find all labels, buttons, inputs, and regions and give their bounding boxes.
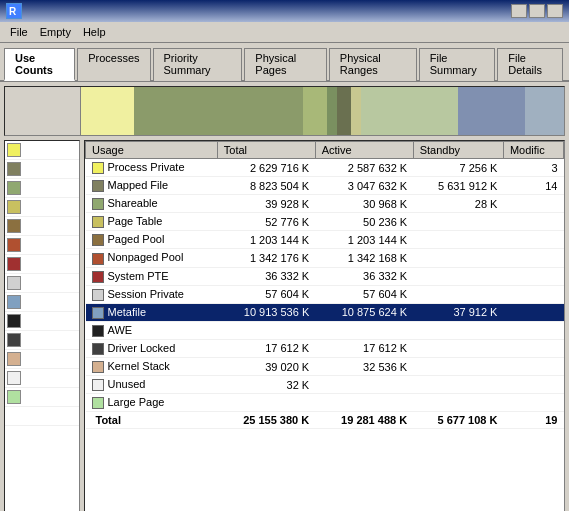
table-row[interactable]: Total25 155 380 K19 281 488 K5 677 108 K… [86, 412, 564, 429]
cell-total: 39 020 K [217, 358, 315, 376]
maximize-button[interactable] [529, 4, 545, 18]
cell-active [315, 376, 413, 394]
cell-standby: 37 912 K [413, 303, 503, 321]
tab-file-summary[interactable]: File Summary [419, 48, 496, 81]
menu-empty[interactable]: Empty [34, 24, 77, 40]
tab-priority-summary[interactable]: Priority Summary [153, 48, 243, 81]
color-swatch [7, 295, 21, 309]
cell-modified [503, 339, 563, 357]
row-color-swatch [92, 289, 104, 301]
cell-modified: 3 [503, 159, 563, 177]
cell-usage: Large Page [86, 394, 218, 412]
row-label: Nonpaged Pool [108, 251, 184, 263]
cell-standby: 28 K [413, 195, 503, 213]
cell-usage: Page Table [86, 213, 218, 231]
color-bar [4, 140, 80, 511]
close-button[interactable] [547, 4, 563, 18]
minimize-button[interactable] [511, 4, 527, 18]
chart-segment-process-private [81, 87, 134, 135]
tab-physical-pages[interactable]: Physical Pages [244, 48, 326, 81]
color-swatch [7, 200, 21, 214]
tab-physical-ranges[interactable]: Physical Ranges [329, 48, 417, 81]
cell-standby: 5 631 912 K [413, 177, 503, 195]
menu-file[interactable]: File [4, 24, 34, 40]
color-entry-total [5, 407, 79, 426]
table-row[interactable]: Large Page [86, 394, 564, 412]
cell-active: 57 604 K [315, 285, 413, 303]
table-row[interactable]: System PTE36 332 K36 332 K [86, 267, 564, 285]
tab-use-counts[interactable]: Use Counts [4, 48, 75, 81]
cell-standby [413, 231, 503, 249]
cell-usage: Kernel Stack [86, 358, 218, 376]
table-row[interactable]: Process Private2 629 716 K2 587 632 K7 2… [86, 159, 564, 177]
content-area: Usage Total Active Standby Modific Proce… [0, 82, 569, 511]
table-row[interactable]: Mapped File8 823 504 K3 047 632 K5 631 9… [86, 177, 564, 195]
color-entry-large-page [5, 388, 79, 407]
col-modified: Modific [503, 142, 563, 159]
color-entry-system-pte [5, 255, 79, 274]
table-body: Process Private2 629 716 K2 587 632 K7 2… [86, 159, 564, 429]
row-color-swatch [92, 271, 104, 283]
row-color-swatch [92, 180, 104, 192]
chart-segment-modified [525, 87, 564, 135]
color-swatch [7, 257, 21, 271]
table-row[interactable]: AWE [86, 321, 564, 339]
cell-standby [413, 376, 503, 394]
app-icon: R [6, 3, 22, 19]
cell-modified [503, 285, 563, 303]
table-row[interactable]: Driver Locked17 612 K17 612 K [86, 339, 564, 357]
table-row[interactable]: Kernel Stack39 020 K32 536 K [86, 358, 564, 376]
tab-file-details[interactable]: File Details [497, 48, 563, 81]
chart-segment-mapped-file [134, 87, 303, 135]
col-usage: Usage [86, 142, 218, 159]
table-row[interactable]: Shareable39 928 K30 968 K28 K [86, 195, 564, 213]
title-bar: R [0, 0, 569, 22]
cell-usage: Total [86, 412, 218, 429]
cell-modified [503, 267, 563, 285]
cell-active: 32 536 K [315, 358, 413, 376]
cell-active [315, 321, 413, 339]
color-entry-metafile [5, 293, 79, 312]
table-row[interactable]: Nonpaged Pool1 342 176 K1 342 168 K [86, 249, 564, 267]
cell-usage: Session Private [86, 285, 218, 303]
row-label: Driver Locked [108, 342, 176, 354]
cell-active: 36 332 K [315, 267, 413, 285]
table-row[interactable]: Metafile10 913 536 K10 875 624 K37 912 K [86, 303, 564, 321]
cell-modified [503, 376, 563, 394]
table-row[interactable]: Paged Pool1 203 144 K1 203 144 K [86, 231, 564, 249]
cell-active: 2 587 632 K [315, 159, 413, 177]
menu-help[interactable]: Help [77, 24, 112, 40]
chart-segment-standby [458, 87, 526, 135]
row-label: Paged Pool [108, 233, 165, 245]
cell-standby [413, 339, 503, 357]
cell-total: 8 823 504 K [217, 177, 315, 195]
table-row[interactable]: Unused32 K [86, 376, 564, 394]
table-row[interactable]: Session Private57 604 K57 604 K [86, 285, 564, 303]
chart-area [4, 86, 565, 136]
tab-processes[interactable]: Processes [77, 48, 150, 81]
cell-standby: 5 677 108 K [413, 412, 503, 429]
title-buttons [511, 4, 563, 18]
cell-total: 10 913 536 K [217, 303, 315, 321]
color-entry-shareable [5, 179, 79, 198]
color-swatch [7, 143, 21, 157]
color-entry-paged-pool [5, 217, 79, 236]
cell-active: 1 203 144 K [315, 231, 413, 249]
menu-bar: File Empty Help [0, 22, 569, 43]
cell-standby [413, 249, 503, 267]
cell-usage: Mapped File [86, 177, 218, 195]
color-swatch [7, 219, 21, 233]
color-swatch [7, 238, 21, 252]
color-entry-unused [5, 369, 79, 388]
cell-modified [503, 195, 563, 213]
color-swatch [7, 314, 21, 328]
row-label: Shareable [108, 197, 158, 209]
cell-active: 30 968 K [315, 195, 413, 213]
cell-total: 36 332 K [217, 267, 315, 285]
chart-sidebar [5, 87, 81, 135]
cell-modified: 19 [503, 412, 563, 429]
row-color-swatch [92, 343, 104, 355]
row-color-swatch [92, 325, 104, 337]
cell-usage: Process Private [86, 159, 218, 177]
table-row[interactable]: Page Table52 776 K50 236 K [86, 213, 564, 231]
